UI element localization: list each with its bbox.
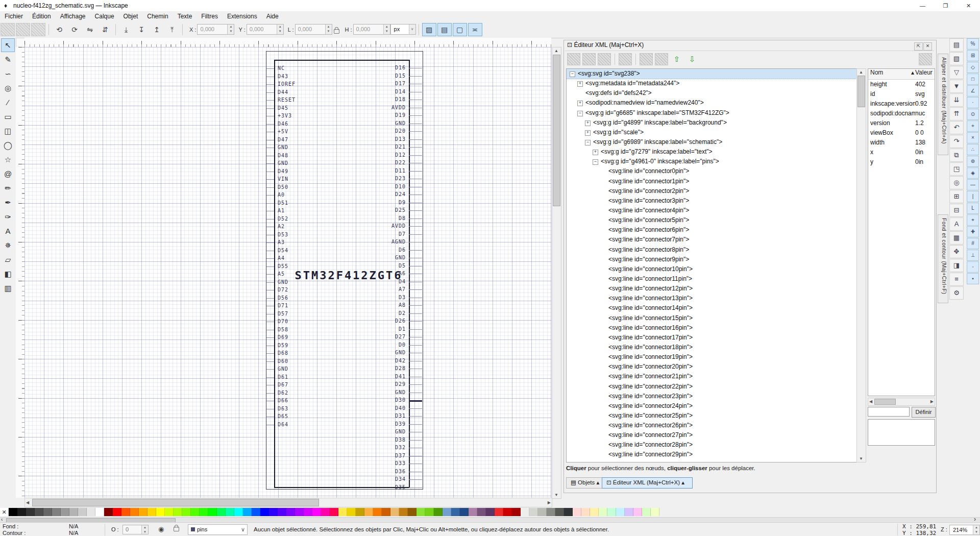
pin-stub-right[interactable] [409, 400, 422, 402]
color-swatch[interactable] [95, 508, 104, 516]
pin-label[interactable]: D22 [395, 160, 406, 165]
fill-value[interactable]: N/A [69, 523, 78, 529]
pin-label[interactable]: D21 [395, 144, 406, 150]
pin-label[interactable]: D33 [395, 461, 406, 466]
snap-bbox-edge-icon[interactable]: ◇ [967, 62, 979, 73]
pin-stub-right[interactable] [409, 488, 422, 488]
color-swatch[interactable] [547, 508, 555, 516]
ellipse-tool[interactable]: ◯ [1, 138, 15, 152]
pin-label[interactable]: D2 [399, 311, 406, 316]
pin-label[interactable]: D30 [395, 398, 406, 403]
color-swatch[interactable] [182, 508, 191, 516]
new-attribute-button[interactable] [919, 53, 932, 65]
y-spinner[interactable]: ▲▼ [277, 25, 283, 34]
color-swatch[interactable] [217, 508, 226, 516]
color-swatch[interactable] [590, 508, 599, 516]
color-swatch[interactable] [243, 508, 252, 516]
move-node-up-button[interactable]: ⇧ [670, 53, 683, 65]
x-spinner[interactable]: ▲▼ [227, 25, 234, 34]
color-swatch[interactable] [486, 508, 495, 516]
pin-label[interactable]: D59 [278, 343, 288, 348]
pin-stub-left[interactable] [266, 203, 274, 204]
color-swatch[interactable] [226, 508, 234, 516]
pin-label[interactable]: GND [395, 350, 406, 355]
pin-label[interactable]: D43 [278, 74, 288, 79]
print-icon[interactable]: ▼ [949, 80, 964, 93]
snap-object-center-icon[interactable]: | [967, 191, 979, 202]
pin-label[interactable]: D13 [395, 137, 406, 142]
pin-label[interactable]: D46 [278, 121, 288, 127]
x-field[interactable]: 0,000▲▼ [197, 24, 234, 35]
pin-stub-right[interactable] [409, 321, 422, 322]
color-swatch[interactable] [616, 508, 625, 516]
color-swatch[interactable] [390, 508, 399, 516]
menu-edition[interactable]: Édition [28, 11, 56, 21]
pin-label[interactable]: D5 [399, 263, 406, 269]
align-dialog-icon[interactable]: ✥ [949, 245, 964, 258]
pin-label[interactable]: D15 [395, 74, 406, 79]
color-swatch[interactable] [382, 508, 390, 516]
layers-dialog-icon[interactable]: ≡ [949, 273, 964, 286]
pin-stub-left[interactable] [266, 417, 274, 417]
deselect-icon[interactable] [31, 23, 45, 36]
pin-label[interactable]: D32 [395, 445, 406, 450]
stroke-value[interactable]: N/A [69, 530, 78, 536]
snap-line-midpoint-icon[interactable]: — [967, 179, 979, 190]
scroll-left-icon[interactable]: ◀ [26, 500, 29, 505]
calligraphy-tool[interactable]: ✑ [1, 210, 15, 224]
color-swatch[interactable] [278, 508, 286, 516]
xml-tree-scrollbar[interactable]: ▲ ▼ [856, 68, 866, 462]
measure-tool[interactable]: ∕ [1, 95, 15, 109]
xml-editor-panel-tab[interactable]: ⊡ Éditeur XML (Maj+Ctrl+X) ▴ [602, 477, 693, 489]
xml-tree-node[interactable]: <svg:line id="connector6pin"> [567, 225, 856, 235]
pin-stub-left[interactable] [266, 187, 274, 188]
attribute-row[interactable]: viewBox0 0 [868, 128, 935, 138]
pin-label[interactable]: D48 [278, 153, 288, 158]
pin-label[interactable]: D71 [278, 303, 288, 308]
color-swatch[interactable] [260, 508, 269, 516]
paint-bucket-tool[interactable]: ◧ [1, 267, 15, 281]
pin-label[interactable]: D69 [278, 335, 288, 340]
selector-tool[interactable]: ↖ [1, 38, 15, 52]
pin-label[interactable]: D12 [395, 153, 406, 158]
snap-cusp-node-icon[interactable]: ∴ [967, 144, 979, 155]
xml-tree-node[interactable]: <svg:line id="connector24pin"> [567, 401, 856, 411]
collapse-icon[interactable]: − [577, 111, 583, 116]
color-swatch[interactable] [564, 508, 573, 516]
color-swatch[interactable] [599, 508, 607, 516]
color-swatch[interactable] [425, 508, 434, 516]
pin-stub-left[interactable] [266, 84, 274, 85]
pin-stub-right[interactable] [409, 124, 422, 124]
xml-tree-node[interactable]: +<svg:metadata id="metadata244"> [567, 79, 856, 88]
xml-tree-node[interactable]: +<svg:g id="g7279" inkscape:label="text"… [567, 147, 856, 157]
menu-texte[interactable]: Texte [173, 11, 197, 21]
pin-stub-left[interactable] [266, 235, 274, 235]
select-all-layers-icon[interactable] [16, 23, 30, 36]
pin-label[interactable]: D65 [278, 414, 288, 419]
scroll-down-icon[interactable]: ▼ [554, 493, 558, 497]
color-swatch[interactable] [234, 508, 243, 516]
no-color-swatch[interactable]: ✕ [0, 508, 9, 516]
snap-path-icon[interactable]: + [967, 120, 979, 132]
pin-label[interactable]: D67 [278, 382, 288, 387]
text-tool[interactable]: A [1, 224, 15, 238]
color-swatch[interactable] [364, 508, 373, 516]
y-field[interactable]: 0,000▲▼ [247, 24, 284, 35]
color-swatch[interactable] [460, 508, 469, 516]
height-spinner[interactable]: ▲▼ [383, 25, 390, 34]
xml-tree-node[interactable]: <svg:line id="connector10pin"> [567, 264, 856, 274]
pin-label[interactable]: D47 [278, 137, 288, 142]
pin-label[interactable]: A3 [278, 240, 285, 245]
pin-stub-right[interactable] [409, 456, 422, 456]
pin-label[interactable]: D34 [395, 477, 406, 482]
attribute-row[interactable]: x0in [868, 148, 935, 157]
export-icon[interactable]: ⇈ [949, 107, 964, 120]
pin-label[interactable]: GND [278, 145, 288, 150]
pin-label[interactable]: D54 [278, 248, 288, 253]
color-swatch[interactable] [399, 508, 408, 516]
pin-stub-left[interactable] [266, 361, 274, 362]
save-icon[interactable]: ▽ [949, 66, 964, 79]
pin-label[interactable]: D60 [278, 359, 288, 364]
pin-stub-left[interactable] [266, 77, 274, 77]
move-patterns-toggle[interactable]: ▨ [422, 23, 436, 36]
